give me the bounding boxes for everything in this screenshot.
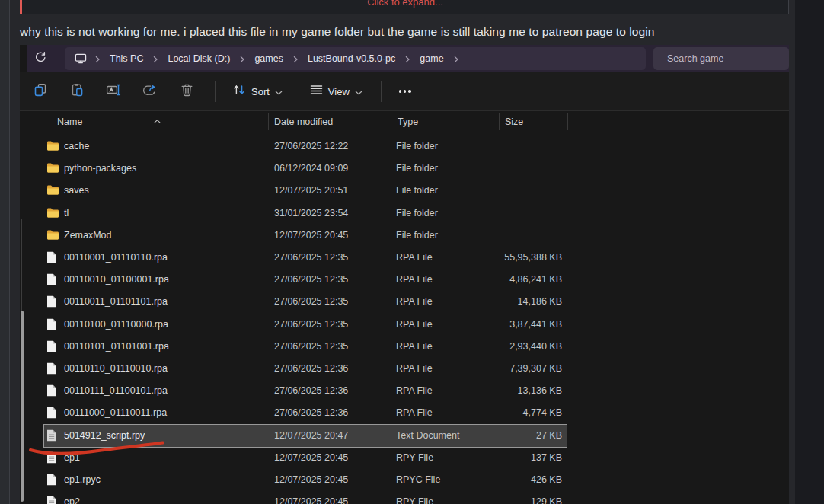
chevron-down-icon [275, 85, 283, 98]
sort-button[interactable]: Sort [225, 79, 290, 104]
breadcrumb-item[interactable]: This PC [108, 51, 145, 66]
copy-icon [33, 82, 48, 100]
column-header-size[interactable]: Size [505, 116, 523, 127]
breadcrumb-item[interactable]: game [418, 51, 445, 66]
copy-button[interactable] [27, 78, 53, 104]
file-name: 00110111_01100101.rpa [64, 385, 168, 396]
document-icon [46, 407, 59, 419]
click-to-expand-link[interactable]: Click to expand... [22, 0, 788, 8]
file-size: 3,87,441 KB [446, 319, 562, 330]
chat-message-text: why this is not working for me. i placed… [20, 25, 781, 39]
file-date-modified: 06/12/2024 09:09 [274, 163, 348, 174]
left-gutter [0, 0, 10, 504]
more-options-button[interactable] [392, 80, 418, 103]
file-row[interactable]: ep1.rpyc 12/07/2025 20:45 RPYC File 426 … [20, 469, 789, 491]
file-size: 4,774 KB [446, 407, 562, 418]
search-box [653, 47, 789, 70]
file-name: ep1.rpyc [64, 474, 101, 485]
file-row[interactable]: 00110101_01101001.rpa 27/06/2025 12:35 R… [20, 336, 789, 358]
file-size: 7,39,307 KB [446, 363, 562, 374]
file-type: File folder [396, 141, 438, 152]
document-icon [46, 318, 59, 331]
document-icon [46, 474, 59, 486]
file-date-modified: 27/06/2025 12:35 [274, 274, 348, 285]
chevron-right-icon[interactable] [453, 56, 459, 63]
file-name: 5014912_script.rpy [64, 430, 145, 441]
folder-icon [46, 162, 59, 175]
trash-icon [180, 82, 194, 100]
chevron-right-icon [94, 56, 101, 63]
breadcrumb-item[interactable]: LustBound-v0.5.0-pc [306, 51, 397, 66]
file-size: 27 KB [446, 430, 562, 441]
column-divider[interactable] [268, 113, 269, 130]
file-type: File folder [396, 163, 438, 174]
toolbar-divider [215, 81, 216, 102]
address-breadcrumb-field[interactable]: This PCLocal Disk (D:)gamesLustBound-v0.… [65, 47, 646, 70]
file-name: 00110110_01110010.rpa [64, 363, 168, 374]
scrollbar-track [21, 219, 22, 311]
file-type: RPA File [396, 296, 433, 307]
column-divider[interactable] [567, 113, 568, 130]
folder-row[interactable]: python-packages 06/12/2024 09:09 File fo… [20, 158, 789, 180]
share-button[interactable] [137, 78, 163, 104]
delete-button[interactable] [174, 78, 200, 104]
file-row-selected[interactable]: 5014912_script.rpy 12/07/2025 20:47 Text… [20, 425, 789, 447]
chevron-right-icon [239, 56, 245, 63]
folder-row[interactable]: saves 12/07/2025 20:51 File folder [20, 180, 789, 202]
document-icon [46, 295, 59, 308]
search-input[interactable] [666, 53, 780, 65]
refresh-icon [34, 51, 46, 66]
scrollbar-thumb[interactable] [21, 311, 24, 502]
folder-row[interactable]: ZemaxMod 12/07/2025 20:45 File folder [20, 225, 789, 247]
file-size: 13,136 KB [446, 385, 562, 396]
file-row[interactable]: ep1 12/07/2025 20:45 RPY File 137 KB [20, 447, 789, 469]
file-row[interactable]: 00111000_01110011.rpa 27/06/2025 12:36 R… [20, 402, 789, 424]
document-icon [46, 251, 59, 264]
column-header-date-modified[interactable]: Date modified [274, 116, 333, 127]
file-row[interactable]: ep2 12/07/2025 20:45 RPY File 129 KB [20, 491, 789, 504]
file-name: 00110101_01101001.rpa [64, 341, 169, 352]
rename-icon [105, 82, 122, 100]
file-date-modified: 27/06/2025 12:36 [274, 363, 348, 374]
file-type: RPA File [396, 407, 433, 418]
file-type: RPA File [396, 385, 433, 396]
file-row[interactable]: 00110001_01110110.rpa 27/06/2025 12:35 R… [20, 247, 789, 269]
folder-row[interactable]: tl 31/01/2025 23:54 File folder [20, 203, 789, 225]
column-divider[interactable] [394, 113, 394, 130]
file-row[interactable]: 00110110_01110010.rpa 27/06/2025 12:36 R… [20, 358, 789, 380]
document-icon [46, 496, 59, 504]
chevron-right-icon [404, 56, 410, 63]
folder-row[interactable]: cache 27/06/2025 12:22 File folder [20, 136, 789, 158]
breadcrumb: This PCLocal Disk (D:)gamesLustBound-v0.… [87, 51, 467, 66]
file-type: RPA File [396, 319, 433, 330]
breadcrumb-item[interactable]: games [253, 51, 285, 66]
file-type: RPA File [396, 341, 433, 352]
file-row[interactable]: 00110011_01101101.rpa 27/06/2025 12:35 R… [20, 291, 789, 313]
rename-button[interactable] [101, 78, 126, 104]
column-header-type[interactable]: Type [398, 116, 418, 127]
chevron-right-icon [152, 56, 158, 63]
file-date-modified: 27/06/2025 12:35 [274, 341, 348, 352]
file-date-modified: 12/07/2025 20:47 [274, 430, 348, 441]
document-icon [46, 384, 59, 397]
file-row[interactable]: 00110111_01100101.rpa 27/06/2025 12:36 R… [20, 380, 789, 402]
view-label: View [328, 86, 350, 97]
right-edge-strip [795, 0, 824, 504]
document-icon [46, 273, 59, 286]
view-button[interactable]: View [302, 80, 370, 103]
file-size: 55,95,388 KB [446, 252, 562, 263]
file-row[interactable]: 00110010_01100001.rpa 27/06/2025 12:35 R… [20, 269, 789, 291]
file-name: cache [64, 141, 89, 152]
column-divider[interactable] [499, 113, 500, 130]
file-type: RPA File [396, 363, 433, 374]
file-date-modified: 27/06/2025 12:36 [274, 407, 348, 418]
file-row[interactable]: 00110100_01110000.rpa 27/06/2025 12:35 R… [20, 314, 789, 336]
paste-button[interactable] [64, 78, 90, 104]
paste-icon [69, 82, 85, 100]
refresh-button[interactable] [33, 52, 48, 65]
file-size: 426 KB [446, 474, 562, 485]
file-size: 137 KB [446, 452, 562, 463]
breadcrumb-item[interactable]: Local Disk (D:) [166, 51, 232, 66]
column-header-name[interactable]: Name [57, 116, 82, 127]
folder-icon [46, 184, 59, 197]
